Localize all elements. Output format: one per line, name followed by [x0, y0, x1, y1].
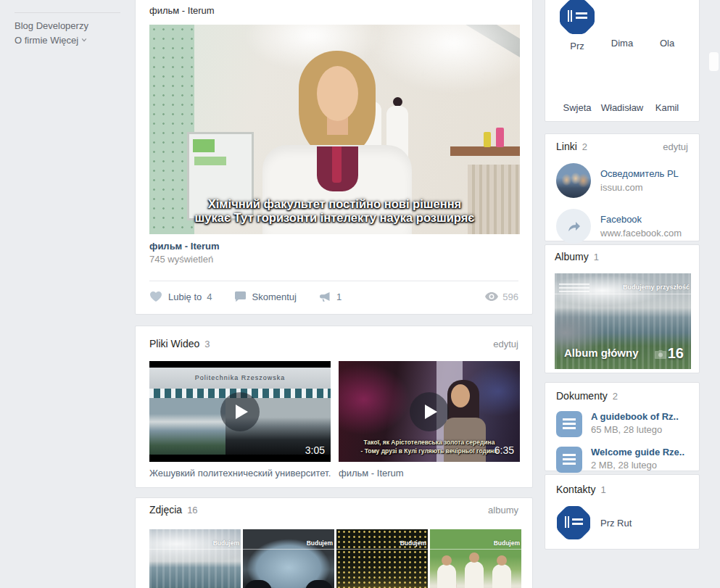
- member-cell: Prz: [555, 0, 600, 51]
- eye-icon: [485, 292, 498, 301]
- link-domain: www.facebook.com: [600, 228, 682, 239]
- scene-shape: [496, 128, 504, 147]
- share-button[interactable]: 1: [318, 291, 342, 302]
- video-player-preview[interactable]: Хімічний факультет постійно нові рішення…: [149, 25, 520, 234]
- document-title[interactable]: Welcome guide Rze..: [591, 447, 684, 457]
- video-thumbnails: Politechnika Rzeszowska 3:05 Такої, як: [149, 361, 518, 462]
- document-item[interactable]: Welcome guide Rze.. 2 MB, 28 lutego: [556, 447, 688, 473]
- member-avatar[interactable]: [604, 63, 640, 96]
- photo-thumbnail-cockpit[interactable]: Budujem: [243, 529, 334, 588]
- contacts-count: 1: [600, 484, 605, 495]
- photo-thumbnail-campus[interactable]: Budujem: [149, 529, 241, 588]
- scene-shape: [437, 564, 456, 588]
- scene-shape: [430, 549, 521, 550]
- play-icon: [410, 392, 449, 431]
- member-avatar[interactable]: [604, 0, 640, 32]
- scene-shape: [149, 549, 241, 550]
- videos-title: Pliki Wideo: [149, 338, 199, 349]
- video-title-link[interactable]: фильм - Iterum: [149, 241, 518, 252]
- album-watermark: Budujemy przyszłość: [623, 283, 690, 291]
- link-item[interactable]: Осведомитель PL issuu.com: [556, 163, 688, 198]
- link-title[interactable]: Facebook: [600, 214, 682, 225]
- scene-shape: [194, 157, 226, 165]
- scene-shape: [243, 549, 334, 550]
- link-avatar: [556, 163, 591, 198]
- member-name[interactable]: Prz: [555, 41, 600, 51]
- member-name[interactable]: Ola: [645, 38, 690, 49]
- chevron-down-icon: [81, 37, 87, 43]
- video-subtitles: Такої, як Арістотелевська золота середин…: [339, 438, 520, 455]
- members-card: Prz Dima Ola Swjeta Władisław: [545, 0, 700, 122]
- scene-shape: [332, 146, 342, 183]
- link-title[interactable]: Осведомитель PL: [600, 168, 679, 179]
- member-name[interactable]: Dima: [600, 38, 645, 49]
- photos-title: Zdjęcia: [149, 504, 182, 515]
- video-thumbnail-1[interactable]: Politechnika Rzeszowska 3:05: [149, 361, 331, 462]
- scene-shape: [305, 580, 333, 588]
- member-avatar[interactable]: [559, 63, 595, 96]
- video-thumbnail-2[interactable]: Такої, як Арістотелевська золота середин…: [339, 361, 520, 462]
- photo-thumbnail-dancers[interactable]: Budujem: [430, 529, 521, 588]
- post-card: фильм - Iterum: [135, 0, 533, 315]
- document-meta: 2 MB, 28 lutego: [591, 460, 684, 471]
- photo-thumbnail-concert[interactable]: Budujem: [336, 529, 428, 588]
- heart-icon: [149, 291, 162, 302]
- member-name[interactable]: Władisław: [600, 102, 645, 113]
- nav-link-about[interactable]: O firmie: [15, 35, 48, 46]
- members-row-1: Prz Dima Ola: [555, 0, 690, 51]
- video-captions: Жешувкий политехнический университет... …: [149, 468, 518, 479]
- document-title[interactable]: A guidebook of Rz..: [591, 411, 679, 422]
- share-count: 1: [336, 291, 342, 302]
- post-action-bar: Lubię to 4 Skomentuj 1 596: [149, 281, 518, 302]
- videos-edit-link[interactable]: edytuj: [493, 339, 518, 349]
- link-item[interactable]: Facebook www.facebook.com: [556, 209, 688, 244]
- video-subtitles: Хімічний факультет постійно нові рішення…: [149, 197, 520, 225]
- video-duration: 3:05: [305, 444, 325, 456]
- album-thumbnail[interactable]: Budujemy przyszłość Album główny 16: [555, 273, 691, 369]
- member-cell: Ola: [645, 0, 690, 51]
- contact-item[interactable]: Prz Rut: [556, 505, 688, 540]
- like-button[interactable]: Lubię to 4: [149, 291, 212, 302]
- links-edit-link[interactable]: edytuj: [663, 141, 688, 152]
- scene-shape: [336, 549, 428, 550]
- post-views: 596: [485, 291, 518, 302]
- member-avatar[interactable]: [649, 0, 685, 32]
- video-caption-link[interactable]: Жешувкий политехнический университет...: [149, 468, 331, 479]
- document-item[interactable]: A guidebook of Rz.. 65 MB, 28 lutego: [556, 411, 688, 437]
- member-avatar[interactable]: [649, 63, 685, 96]
- videos-section: Pliki Wideo 3 edytuj Politechnika Rzeszo…: [135, 326, 533, 488]
- member-avatar[interactable]: [559, 0, 595, 35]
- contacts-card: Kontakty 1 Prz Rut: [545, 474, 700, 550]
- comment-icon: [234, 291, 247, 302]
- videos-header: Pliki Wideo 3 edytuj: [136, 326, 532, 349]
- contact-name[interactable]: Prz Rut: [600, 518, 632, 529]
- documents-count: 2: [613, 391, 618, 402]
- scroll-to-top-tab[interactable]: [709, 52, 719, 71]
- thumbnail-overlay-text: Politechnika Rzeszowska: [149, 368, 331, 389]
- links-count: 2: [582, 141, 587, 152]
- links-title: Linki: [556, 141, 577, 152]
- scene-shape: [317, 66, 358, 121]
- links-header: Linki 2 edytuj: [556, 141, 688, 152]
- contacts-title: Kontakty: [556, 484, 595, 495]
- comment-button[interactable]: Skomentuj: [234, 291, 297, 302]
- link-domain: issuu.com: [600, 182, 679, 193]
- document-icon: [556, 411, 582, 437]
- album-name: Album główny: [564, 347, 639, 359]
- member-name[interactable]: Kamil: [645, 102, 690, 113]
- member-cell: Władisław: [600, 63, 645, 113]
- video-caption-link[interactable]: фильм - Iterum: [339, 468, 520, 479]
- contacts-header: Kontakty 1: [556, 484, 688, 495]
- scene-shape: [367, 25, 520, 94]
- photo-watermark: Budujem: [213, 539, 239, 547]
- post-views-count: 596: [502, 291, 518, 302]
- nav-link-blog[interactable]: Blog: [15, 20, 33, 31]
- nav-link-more[interactable]: Więcej: [50, 35, 87, 46]
- member-name[interactable]: Swjeta: [555, 102, 600, 113]
- nav-link-developers[interactable]: Developerzy: [36, 20, 88, 31]
- albums-link[interactable]: albumy: [488, 505, 518, 515]
- like-count: 4: [207, 291, 212, 302]
- scene-shape: [492, 564, 511, 588]
- photos-section: Zdjęcia 16 albumy Budujem Budujem Buduje: [135, 497, 533, 588]
- scene-shape: [465, 561, 484, 588]
